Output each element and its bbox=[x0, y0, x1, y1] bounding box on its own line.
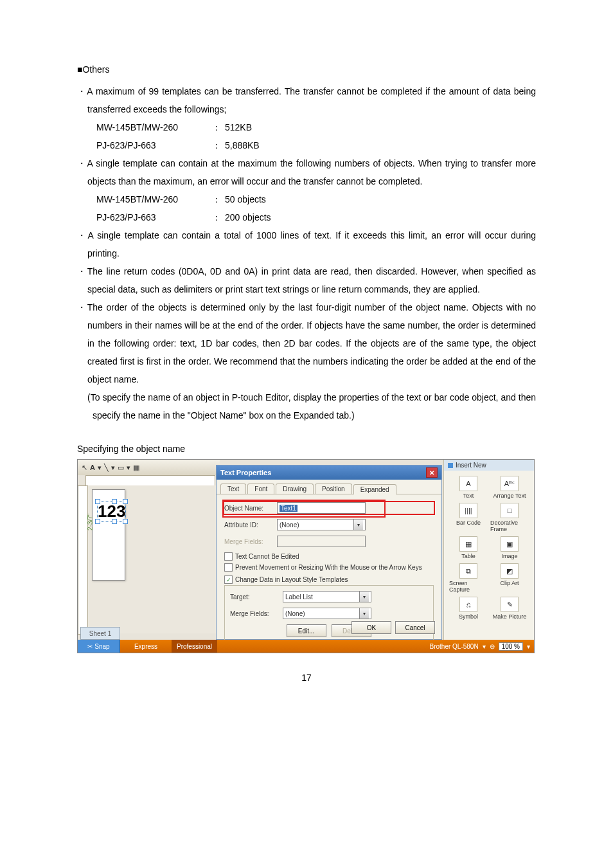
insert-panel: Insert New ATextAᴮᶜArrange Text||||Bar C… bbox=[443, 460, 534, 640]
insert-icon: ▦ bbox=[459, 536, 477, 552]
tab-font[interactable]: Font bbox=[247, 484, 274, 494]
fieldset-legend: Change Data in Layout Style Templates bbox=[235, 576, 348, 583]
insert-item[interactable]: ▦Table bbox=[449, 536, 488, 559]
checkbox-prevent-move[interactable] bbox=[224, 563, 233, 572]
attribute-id-label: Attribute ID: bbox=[224, 521, 277, 529]
mode-snap[interactable]: ✂ Snap bbox=[78, 640, 120, 653]
spec-colon: ： bbox=[212, 190, 225, 208]
insert-panel-header[interactable]: Insert New bbox=[444, 460, 534, 471]
chevron-down-icon[interactable]: ▾ bbox=[359, 608, 369, 619]
spec-value: 512KB bbox=[225, 118, 252, 136]
spec-value: 50 objects bbox=[225, 190, 266, 208]
mode-professional[interactable]: Professional bbox=[172, 640, 217, 653]
bullet-1: ・A maximum of 99 templates can be transf… bbox=[77, 82, 536, 118]
dialog-tabs: Text Font Drawing Position Expanded bbox=[217, 480, 441, 494]
spec-model: PJ-623/PJ-663 bbox=[96, 136, 212, 154]
tab-text[interactable]: Text bbox=[220, 484, 246, 494]
spec-colon: ： bbox=[212, 208, 225, 226]
target-value: Label List bbox=[285, 593, 313, 601]
checkbox-readonly[interactable] bbox=[224, 552, 233, 561]
dialog-title-text: Text Properties bbox=[220, 469, 271, 476]
mode-express[interactable]: Express bbox=[120, 640, 172, 653]
page-number: 17 bbox=[77, 673, 536, 683]
spec-row: MW-145BT/MW-260 ： 50 objects bbox=[77, 190, 536, 208]
sheet-tab[interactable]: Sheet 1 bbox=[80, 627, 120, 640]
bottom-bar: ✂ Snap Express Professional Brother QL-5… bbox=[78, 640, 534, 653]
dropdown-icon[interactable]: ▾ bbox=[527, 643, 530, 650]
drawing-toolbar[interactable]: ↖ A ▾ ╲ ▾ ▭ ▾ ▦ bbox=[78, 460, 220, 475]
spec-value: 5,888KB bbox=[225, 136, 260, 154]
spec-model: MW-145BT/MW-260 bbox=[96, 190, 212, 208]
insert-icon: ⧉ bbox=[459, 563, 477, 579]
insert-icon: Aᴮᶜ bbox=[501, 476, 519, 491]
dropdown-icon[interactable]: ▾ bbox=[111, 464, 115, 472]
spec-colon: ： bbox=[212, 136, 225, 154]
merge-fields-value: (None) bbox=[285, 610, 305, 617]
merge-fields-top-input bbox=[277, 536, 366, 547]
insert-item-label: Screen Capture bbox=[449, 580, 488, 593]
checkbox-prevent-move-label: Prevent Movement or Resizing With the Mo… bbox=[235, 564, 422, 571]
insert-item-label: Decorative Frame bbox=[490, 520, 529, 532]
insert-icon: |||| bbox=[459, 503, 477, 518]
tab-drawing[interactable]: Drawing bbox=[276, 484, 314, 494]
checkbox-readonly-label: Text Cannot Be Edited bbox=[235, 553, 299, 560]
merge-fields-select[interactable]: (None) ▾ bbox=[283, 608, 371, 619]
attribute-id-select[interactable]: (None) ▾ bbox=[277, 519, 366, 530]
insert-item-label: Clip Art bbox=[500, 580, 519, 586]
dropdown-icon[interactable]: ▾ bbox=[127, 464, 130, 472]
insert-icon: ⎌ bbox=[459, 597, 477, 612]
note: (To specify the name of an object in P-t… bbox=[77, 388, 536, 424]
insert-item[interactable]: AᴮᶜArrange Text bbox=[490, 476, 529, 499]
attribute-id-value: (None) bbox=[280, 521, 299, 529]
chevron-down-icon[interactable]: ▾ bbox=[359, 592, 369, 602]
spec-model: PJ-623/PJ-663 bbox=[96, 208, 212, 226]
insert-item-label: Text bbox=[463, 493, 474, 499]
spec-colon: ： bbox=[212, 118, 225, 136]
insert-item[interactable]: ✎Make Picture bbox=[490, 597, 529, 620]
table-icon[interactable]: ▦ bbox=[133, 464, 139, 472]
insert-item[interactable]: ||||Bar Code bbox=[449, 503, 488, 532]
chevron-down-icon[interactable]: ▾ bbox=[353, 520, 363, 530]
pointer-icon[interactable]: ↖ bbox=[82, 464, 87, 472]
canvas[interactable]: 123 2-3/7" bbox=[78, 485, 216, 633]
insert-item[interactable]: ⎌Symbol bbox=[449, 597, 488, 620]
printer-name: Brother QL-580N bbox=[429, 643, 478, 650]
insert-item[interactable]: ▣Image bbox=[490, 536, 529, 559]
insert-icon: ▣ bbox=[501, 536, 519, 552]
object-name-label: Object Name: bbox=[224, 505, 277, 512]
insert-icon: □ bbox=[501, 503, 519, 518]
insert-item[interactable]: AText bbox=[449, 476, 488, 499]
insert-item-label: Symbol bbox=[459, 613, 478, 620]
close-icon[interactable]: ✕ bbox=[426, 467, 438, 478]
tab-position[interactable]: Position bbox=[315, 484, 352, 494]
bullet-3: ・A single template can contain a total o… bbox=[77, 226, 536, 262]
checkbox-change-data[interactable]: ✓ bbox=[224, 575, 233, 584]
insert-item[interactable]: ⧉Screen Capture bbox=[449, 563, 488, 593]
insert-item-label: Image bbox=[501, 553, 517, 559]
merge-fields-top-label: Merge Fields: bbox=[224, 538, 277, 545]
line-icon[interactable]: ╲ bbox=[104, 464, 109, 472]
text-object[interactable]: 123 bbox=[97, 501, 126, 522]
zoom-out-icon[interactable]: ⊖ bbox=[490, 643, 495, 650]
cancel-button[interactable]: Cancel bbox=[395, 621, 435, 634]
insert-item-label: Arrange Text bbox=[493, 493, 526, 499]
target-select[interactable]: Label List ▾ bbox=[283, 591, 371, 602]
tab-expanded[interactable]: Expanded bbox=[353, 484, 396, 494]
object-name-input[interactable]: Text1 bbox=[277, 502, 366, 514]
edit-button[interactable]: Edit... bbox=[287, 624, 326, 637]
bullet-4: ・The line return codes (0D0A, 0D and 0A)… bbox=[77, 262, 536, 298]
screenshot: ↖ A ▾ ╲ ▾ ▭ ▾ ▦ 123 2-3/7" Sheet 1 bbox=[77, 459, 535, 653]
dialog-titlebar[interactable]: Text Properties ✕ bbox=[217, 466, 441, 480]
dropdown-icon[interactable]: ▾ bbox=[98, 464, 102, 472]
bullet-5: ・The order of the objects is determined … bbox=[77, 298, 536, 388]
dropdown-icon[interactable]: ▾ bbox=[483, 643, 486, 650]
insert-item[interactable]: □Decorative Frame bbox=[490, 503, 529, 532]
zoom-value[interactable]: 100 % bbox=[499, 642, 523, 651]
insert-item[interactable]: ◩Clip Art bbox=[490, 563, 529, 593]
text-tool-icon[interactable]: A bbox=[90, 464, 95, 471]
properties-dialog: Text Properties ✕ Text Font Drawing Posi… bbox=[216, 465, 442, 640]
ok-button[interactable]: OK bbox=[351, 621, 391, 634]
rect-icon[interactable]: ▭ bbox=[118, 464, 124, 472]
section-heading: ■Others bbox=[77, 64, 536, 75]
target-label: Target: bbox=[230, 593, 283, 601]
